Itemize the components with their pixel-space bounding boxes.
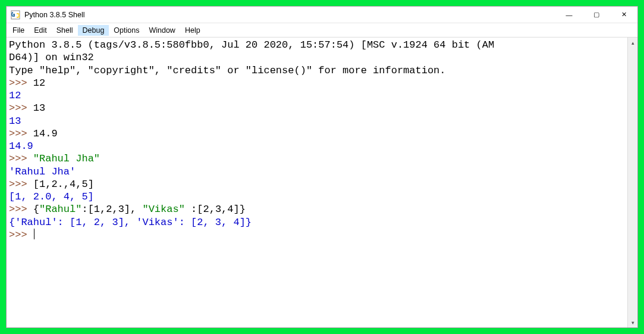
prompt: >>> xyxy=(9,179,27,190)
vertical-scrollbar[interactable]: ▴ ▾ xyxy=(627,38,637,327)
prompt: >>> xyxy=(9,204,27,215)
scroll-down-icon[interactable]: ▾ xyxy=(628,317,637,327)
maximize-button[interactable]: ▢ xyxy=(583,7,610,23)
menu-debug[interactable]: Debug xyxy=(78,25,109,36)
repl-input: "Rahul Jha" xyxy=(33,153,100,164)
shell-text-area[interactable]: Python 3.8.5 (tags/v3.8.5:580fbb0, Jul 2… xyxy=(7,38,627,327)
dict-sep: :[1,2,3], xyxy=(81,204,142,215)
scroll-up-icon[interactable]: ▴ xyxy=(628,38,637,48)
menu-options[interactable]: Options xyxy=(109,25,144,36)
repl-input: 12 xyxy=(33,77,45,89)
menu-shell[interactable]: Shell xyxy=(52,25,78,36)
repl-output: 'Rahul Jha' xyxy=(9,166,76,177)
menu-help[interactable]: Help xyxy=(180,25,205,36)
shell-window: Python 3.8.5 Shell — ▢ ✕ File Edit Shell… xyxy=(6,6,638,328)
banner-line: Type "help", "copyright", "credits" or "… xyxy=(9,65,446,76)
dict-key: "Vikas" xyxy=(142,204,184,215)
prompt: >>> xyxy=(9,77,27,89)
close-button[interactable]: ✕ xyxy=(610,7,637,23)
menu-edit[interactable]: Edit xyxy=(29,25,52,36)
banner-line: D64)] on win32 xyxy=(9,52,94,63)
repl-input: 14.9 xyxy=(33,128,58,139)
repl-input: 13 xyxy=(33,102,45,114)
window-title: Python 3.8.5 Shell xyxy=(24,11,84,19)
dict-tail: :[2,3,4]} xyxy=(185,204,246,215)
dict-key: "Rahul" xyxy=(39,204,81,215)
repl-input: [1,2.,4,5] xyxy=(33,179,94,190)
repl-output: 14.9 xyxy=(9,141,33,152)
prompt: >>> xyxy=(9,102,27,114)
repl-output: {'Rahul': [1, 2, 3], 'Vikas': [2, 3, 4]} xyxy=(9,217,252,228)
outer-frame: Python 3.8.5 Shell — ▢ ✕ File Edit Shell… xyxy=(0,0,644,334)
menu-window[interactable]: Window xyxy=(144,25,180,36)
menu-file[interactable]: File xyxy=(8,25,29,36)
repl-output: 12 xyxy=(9,90,21,101)
minimize-button[interactable]: — xyxy=(555,7,583,23)
repl-output: 13 xyxy=(9,116,21,127)
text-cursor xyxy=(34,229,34,239)
prompt: >>> xyxy=(9,229,27,241)
repl-input: { xyxy=(33,204,39,215)
repl-output: [1, 2.0, 4, 5] xyxy=(9,191,94,202)
idle-icon xyxy=(10,10,21,20)
banner-line: Python 3.8.5 (tags/v3.8.5:580fbb0, Jul 2… xyxy=(9,39,494,51)
prompt: >>> xyxy=(9,128,27,139)
prompt: >>> xyxy=(9,153,27,164)
menubar: File Edit Shell Debug Options Window Hel… xyxy=(7,23,637,38)
titlebar[interactable]: Python 3.8.5 Shell — ▢ ✕ xyxy=(7,7,637,23)
content-wrap: Python 3.8.5 (tags/v3.8.5:580fbb0, Jul 2… xyxy=(7,38,637,327)
